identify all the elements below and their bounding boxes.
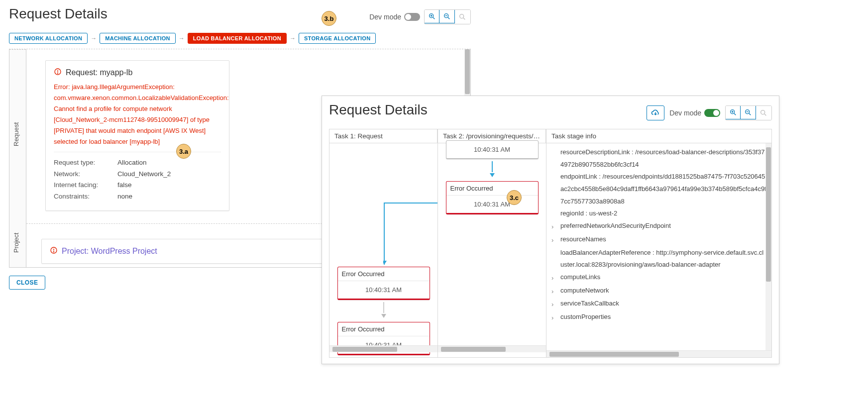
zoom-button-group — [424, 9, 471, 24]
caret-right-icon: › — [551, 233, 557, 247]
svg-point-22 — [761, 110, 765, 114]
req-row-internet: Internet facing:false — [54, 180, 221, 191]
task2-scrollbar-horizontal[interactable] — [438, 345, 546, 352]
dev-mode-label: Dev mode — [669, 109, 701, 117]
info-row-expandable[interactable]: ›computeNetwork — [549, 285, 766, 298]
info-row-expandable[interactable]: ›preferredNetworkAndSecurityEndpoint — [549, 220, 766, 233]
panel1-header: Request Details Dev mode — [9, 6, 471, 28]
flow-line-icon — [383, 302, 384, 313]
task-info-header: Task stage info — [546, 129, 771, 143]
panel2-header: Request Details Dev mode — [329, 102, 772, 124]
request-card-title-row: Request: myapp-lb — [54, 68, 221, 78]
request-card-title: Request: myapp-lb — [66, 68, 132, 77]
zoom-out-icon — [443, 12, 451, 20]
zoom-reset-icon — [760, 109, 767, 117]
req-row-network: Network:Cloud_Network_2 — [54, 169, 221, 180]
svg-point-7 — [460, 14, 464, 18]
alloc-chip-loadbalancer[interactable]: LOAD BALANCER ALLOCATION — [188, 33, 287, 44]
dev-mode-toggle[interactable] — [404, 13, 420, 21]
zoom-in-button[interactable] — [424, 9, 440, 23]
task2-column: Task 2: /provisioning/requests/l… 10:40:… — [438, 129, 546, 357]
info-scrollbar-vertical[interactable] — [765, 143, 771, 350]
task-stage-info-column: Task stage info resourceDescriptionLink … — [546, 129, 771, 357]
zoom-out-button[interactable] — [439, 9, 455, 23]
svg-point-14 — [53, 251, 54, 252]
req-row-type: Request type:Allocation — [54, 157, 221, 169]
info-scrollbar-horizontal[interactable] — [546, 350, 771, 357]
dev-mode-toggle[interactable] — [704, 109, 720, 117]
svg-line-16 — [734, 113, 736, 115]
alloc-chip-machine[interactable]: MACHINE ALLOCATION — [100, 33, 176, 44]
task1-scrollbar-horizontal[interactable] — [329, 345, 437, 352]
task1-header[interactable]: Task 1: Request — [329, 129, 437, 143]
task2-card-partial[interactable]: 10:40:31 AM — [446, 140, 539, 159]
request-details-panel-devmode: Request Details Dev mode — [322, 96, 779, 364]
info-row: resourceDescriptionLink : /resources/loa… — [549, 146, 766, 171]
panel2-body: Task 1: Request Error Occurred 10:40:31 … — [329, 129, 772, 358]
info-row: endpointLink : /resources/endpoints/dd18… — [549, 171, 766, 207]
alloc-arrow-icon: → — [90, 35, 98, 42]
alloc-chip-network[interactable]: NETWORK ALLOCATION — [9, 33, 88, 44]
info-row: regionId : us-west-2 — [549, 207, 766, 220]
flow-arrow-icon — [490, 173, 495, 177]
side-tab-request[interactable]: Request — [9, 49, 26, 218]
caret-right-icon: › — [551, 285, 557, 298]
svg-line-1 — [433, 17, 434, 19]
download-button[interactable] — [647, 105, 664, 120]
zoom-out-button[interactable] — [740, 105, 756, 119]
svg-point-11 — [57, 73, 58, 73]
alloc-chip-storage[interactable]: STORAGE ALLOCATION — [299, 33, 376, 44]
caret-right-icon: › — [551, 271, 557, 285]
caret-right-icon: › — [551, 298, 557, 311]
zoom-in-button[interactable] — [725, 105, 741, 119]
zoom-reset-button[interactable] — [454, 10, 470, 24]
alloc-arrow-icon: → — [178, 35, 186, 42]
zoom-in-icon — [428, 12, 436, 20]
error-prefix: Error: — [54, 83, 70, 91]
info-row-expandable[interactable]: ›serviceTaskCallback — [549, 298, 766, 311]
request-card: Request: myapp-lb Error: java.lang.Illeg… — [45, 60, 229, 211]
info-row-expandable[interactable]: ›customProperties — [549, 311, 766, 324]
cloud-download-icon — [651, 108, 660, 117]
task2-body: 10:40:31 AM Error Occurred 10:40:31 AM — [438, 143, 546, 345]
error-body: java.lang.IllegalArgumentException: com.… — [54, 83, 229, 145]
info-row-expandable[interactable]: ›resourceNames — [549, 233, 766, 247]
flow-line-icon — [492, 161, 493, 172]
info-row-expandable[interactable]: ›computeLinks — [549, 271, 766, 285]
request-card-table: Request type:Allocation Network:Cloud_Ne… — [54, 152, 221, 203]
task1-column: Task 1: Request Error Occurred 10:40:31 … — [329, 129, 438, 357]
svg-line-5 — [448, 17, 449, 19]
zoom-reset-icon — [458, 13, 466, 21]
project-card-title: Project: WordPress Project — [62, 247, 157, 256]
zoom-out-icon — [744, 108, 752, 116]
error-icon — [50, 246, 58, 256]
info-row: loadBalancerAdapterReference : http://sy… — [549, 247, 766, 271]
close-button[interactable]: CLOSE — [9, 276, 45, 290]
dev-mode-block: Dev mode — [669, 109, 720, 117]
zoom-in-icon — [729, 108, 737, 116]
task1-body: Error Occurred 10:40:31 AM Error Occurre… — [329, 143, 437, 345]
page-title: Request Details — [329, 102, 428, 118]
flow-arrow-icon — [381, 314, 386, 318]
req-row-constraints: Constraints:none — [54, 191, 221, 203]
page-title: Request Details — [9, 6, 108, 22]
side-tab-project[interactable]: Project — [9, 218, 26, 267]
side-tabs: Request Project — [9, 49, 26, 267]
task-info-body: resourceDescriptionLink : /resources/loa… — [546, 143, 771, 350]
svg-line-8 — [463, 18, 465, 19]
dev-mode-block: Dev mode — [369, 13, 420, 21]
caret-right-icon: › — [551, 220, 557, 233]
request-card-error: Error: java.lang.IllegalArgumentExceptio… — [54, 82, 221, 148]
alloc-arrow-icon: → — [289, 35, 297, 42]
zoom-reset-button[interactable] — [756, 106, 771, 120]
allocation-chain: NETWORK ALLOCATION → MACHINE ALLOCATION … — [9, 33, 471, 44]
caret-right-icon: › — [551, 311, 557, 324]
svg-line-23 — [764, 114, 766, 115]
task2-card-1[interactable]: Error Occurred 10:40:31 AM — [446, 181, 539, 214]
task1-card-1[interactable]: Error Occurred 10:40:31 AM — [337, 267, 430, 300]
svg-line-20 — [749, 113, 751, 115]
zoom-button-group — [725, 105, 772, 120]
error-icon — [54, 68, 62, 78]
panel1-right-controls: Dev mode — [369, 9, 471, 24]
dev-mode-label: Dev mode — [369, 13, 401, 21]
